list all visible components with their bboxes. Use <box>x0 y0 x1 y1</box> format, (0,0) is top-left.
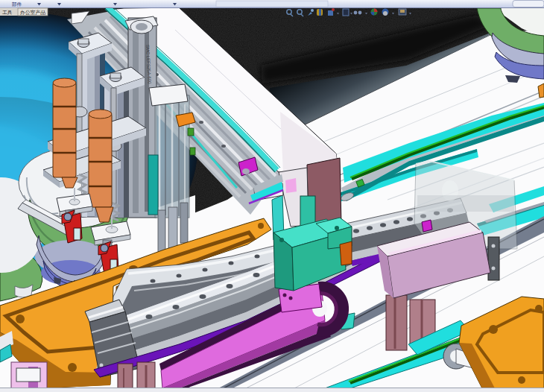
svg-text:部件: 部件 <box>11 1 22 7</box>
svg-text:办公室产品: 办公室产品 <box>20 10 45 16</box>
svg-text:工具: 工具 <box>2 10 13 16</box>
